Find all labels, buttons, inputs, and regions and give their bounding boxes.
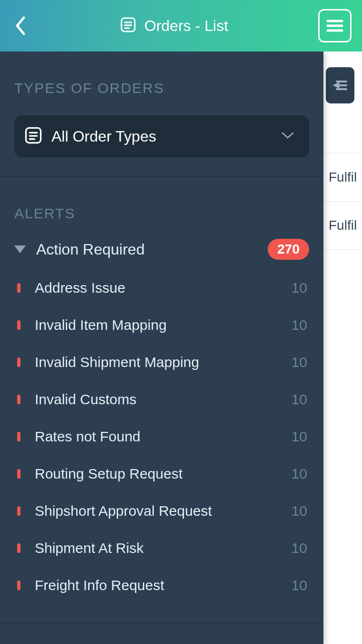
alerts-section: ALERTS Action Required 270 Address Issue… xyxy=(0,177,323,624)
orders-icon xyxy=(24,126,43,147)
header-title-wrap: Orders - List xyxy=(30,16,318,35)
menu-button[interactable] xyxy=(318,9,352,42)
types-section: TYPES OF ORDERS All Order Types xyxy=(0,51,323,177)
alert-indicator-icon xyxy=(17,581,20,590)
alert-item-count: 10 xyxy=(292,354,307,370)
alert-item-label: Shipshort Approval Request xyxy=(35,503,292,519)
alert-item[interactable]: Invalid Customs10 xyxy=(14,381,309,418)
alert-group-action-required[interactable]: Action Required 270 xyxy=(14,222,309,269)
back-button[interactable] xyxy=(10,11,30,40)
alert-item[interactable]: Freight Info Request10 xyxy=(14,567,309,604)
alert-item-label: Invalid Item Mapping xyxy=(35,317,292,333)
types-section-title: TYPES OF ORDERS xyxy=(14,80,309,96)
alert-item-label: Address Issue xyxy=(35,280,292,296)
chevron-down-icon xyxy=(281,131,295,142)
alert-item-label: Rates not Found xyxy=(35,429,292,445)
alert-item-label: Freight Info Request xyxy=(35,577,292,593)
alert-item-label: Invalid Shipment Mapping xyxy=(35,354,292,370)
alert-indicator-icon xyxy=(17,543,20,553)
list-row-text: Fulfil xyxy=(329,170,357,184)
order-type-selector[interactable]: All Order Types xyxy=(14,115,309,157)
alert-item-count: 10 xyxy=(292,317,307,333)
alert-group-label: Action Required xyxy=(36,241,268,258)
alert-indicator-icon xyxy=(17,395,20,404)
alert-item-count: 10 xyxy=(292,280,307,296)
alert-indicator-icon xyxy=(17,283,20,293)
alert-item-count: 10 xyxy=(292,429,307,445)
alert-indicator-icon xyxy=(17,320,20,330)
alert-item-label: Routing Setup Request xyxy=(35,466,292,482)
alert-indicator-icon xyxy=(17,432,20,441)
collapse-sidebar-button[interactable] xyxy=(326,67,354,103)
alert-indicator-icon xyxy=(17,506,20,516)
orders-icon xyxy=(120,16,137,35)
alert-indicator-icon xyxy=(17,358,20,367)
alert-item-count: 10 xyxy=(292,540,307,556)
alert-group-badge: 270 xyxy=(268,239,309,260)
alert-item-label: Invalid Customs xyxy=(35,391,292,408)
alert-item[interactable]: Invalid Shipment Mapping10 xyxy=(14,344,309,381)
alert-item[interactable]: Invalid Item Mapping10 xyxy=(14,307,309,344)
order-type-label: All Order Types xyxy=(51,128,281,145)
alert-item-count: 10 xyxy=(292,577,307,593)
alert-item-count: 10 xyxy=(292,466,307,482)
statuses-section: ORDER STATUSES xyxy=(0,624,323,644)
filter-sidebar: TYPES OF ORDERS All Order Types ALERTS xyxy=(0,51,323,644)
list-row-text: Fulfil xyxy=(329,218,357,233)
alerts-section-title: ALERTS xyxy=(14,205,309,222)
alert-item[interactable]: Rates not Found10 xyxy=(14,418,309,455)
alerts-list: Address Issue10Invalid Item Mapping10Inv… xyxy=(14,269,309,604)
alert-item[interactable]: Shipshort Approval Request10 xyxy=(14,492,309,530)
page-title: Orders - List xyxy=(144,17,228,35)
app-header: Orders - List xyxy=(0,0,362,51)
caret-down-icon xyxy=(14,245,26,253)
alert-item[interactable]: Routing Setup Request10 xyxy=(14,455,309,492)
alert-item[interactable]: Shipment At Risk10 xyxy=(14,530,309,567)
alert-item[interactable]: Address Issue10 xyxy=(14,269,309,307)
alert-item-count: 10 xyxy=(292,503,307,519)
alert-item-count: 10 xyxy=(292,391,307,408)
alert-indicator-icon xyxy=(17,469,20,479)
alert-item-label: Shipment At Risk xyxy=(35,540,292,556)
